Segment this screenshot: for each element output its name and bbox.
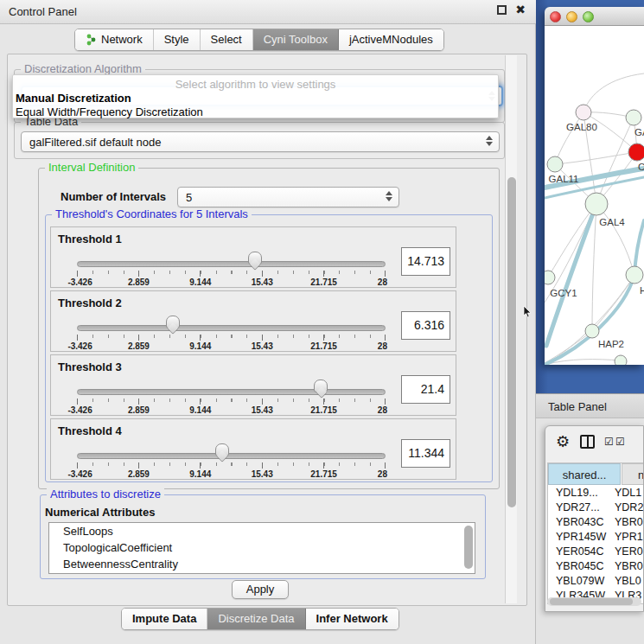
slider-ticks bbox=[77, 399, 386, 405]
num-intervals-combo[interactable]: 5 bbox=[177, 187, 399, 207]
threshold-value-field[interactable]: 11.344 bbox=[401, 439, 450, 468]
threshold-value-field[interactable]: 6.316 bbox=[401, 311, 450, 340]
threshold-value-field[interactable]: 21.4 bbox=[401, 375, 450, 404]
float-window-icon[interactable] bbox=[497, 5, 507, 15]
minimize-traffic-light-icon[interactable] bbox=[566, 11, 577, 22]
tab-label: Select bbox=[211, 33, 242, 46]
network-node[interactable] bbox=[545, 271, 555, 284]
table-row[interactable]: YDR27...YDR2 bbox=[548, 501, 643, 515]
network-view-window[interactable]: GAL80GACGAL11GAL4GCY1HHAP2 bbox=[545, 7, 644, 365]
slider-ticks bbox=[77, 271, 386, 277]
network-node-label: GCY1 bbox=[550, 288, 577, 298]
table-row[interactable]: YER054CYER0 bbox=[548, 545, 643, 559]
tab-style[interactable]: Style bbox=[154, 29, 201, 50]
node-table[interactable]: shared... n YDL19...YDL1 YDR27...YDR2 YB… bbox=[547, 462, 643, 604]
checkbox-icon[interactable]: ☑ bbox=[615, 436, 625, 448]
attributes-group-title: Attributes to discretize bbox=[47, 488, 164, 501]
gear-icon[interactable]: ⚙ bbox=[556, 432, 570, 451]
network-node-label: GAL11 bbox=[549, 174, 579, 184]
tab-jactivemnodules[interactable]: jActiveMNodules bbox=[339, 29, 443, 50]
threshold-panel: Threshold 1 -3.426 2.859 9.144 15.43 21.… bbox=[50, 226, 456, 288]
tab-network[interactable]: Network bbox=[75, 29, 154, 50]
slider-thumb[interactable] bbox=[166, 316, 180, 328]
panel-scrollbar[interactable] bbox=[505, 55, 517, 603]
slider-track[interactable] bbox=[77, 389, 386, 395]
tab-label: Cyni Toolbox bbox=[264, 33, 328, 46]
slider-ticks bbox=[77, 335, 386, 341]
network-node[interactable] bbox=[626, 266, 643, 284]
bottom-tabstrip: Impute Data Discretize Data Infer Networ… bbox=[121, 608, 399, 630]
algorithm-dropdown-popup: Select algorithm to view settings Manual… bbox=[12, 74, 499, 118]
table-rows: YDL19...YDL1 YDR27...YDR2 YBR043CYBR0 YP… bbox=[548, 486, 643, 604]
tab-label: Style bbox=[164, 33, 189, 46]
list-item[interactable]: BetweennessCentrality bbox=[49, 556, 475, 572]
tab-label: Infer Network bbox=[316, 612, 388, 625]
network-canvas[interactable]: GAL80GACGAL11GAL4GCY1HHAP2 bbox=[545, 26, 644, 365]
num-intervals-value: 5 bbox=[186, 191, 192, 204]
network-nodes[interactable]: GAL80GACGAL11GAL4GCY1HHAP2 bbox=[545, 105, 644, 365]
network-node-label: H bbox=[640, 285, 644, 296]
list-item[interactable]: TopologicalCoefficient bbox=[49, 539, 475, 556]
table-data-combo[interactable]: galFiltered.sif default node bbox=[21, 131, 500, 152]
slider-track[interactable] bbox=[77, 325, 386, 331]
tab-discretize-data[interactable]: Discretize Data bbox=[207, 609, 305, 629]
network-node[interactable] bbox=[576, 105, 591, 120]
network-node[interactable] bbox=[628, 143, 644, 161]
slider-track[interactable] bbox=[77, 453, 386, 459]
tab-infer-network[interactable]: Infer Network bbox=[306, 609, 399, 629]
network-node-label: HAP2 bbox=[598, 339, 624, 349]
zoom-traffic-light-icon[interactable] bbox=[583, 11, 594, 22]
table-horizontal-scrollbar[interactable] bbox=[547, 597, 641, 606]
list-item[interactable]: SelfLoops bbox=[49, 523, 475, 539]
slider-thumb[interactable] bbox=[248, 252, 262, 265]
panel-scrollbar-thumb[interactable] bbox=[507, 177, 516, 507]
threshold-value-field[interactable]: 14.713 bbox=[401, 247, 450, 276]
column-header-shared-name[interactable]: shared... bbox=[548, 463, 621, 485]
table-data-value: galFiltered.sif default node bbox=[29, 136, 161, 149]
tab-label: Impute Data bbox=[132, 612, 196, 625]
menu-item-manual-discretization[interactable]: Manual Discretization bbox=[16, 92, 131, 105]
network-window-titlebar[interactable] bbox=[545, 7, 644, 26]
split-pane-icon[interactable] bbox=[580, 435, 595, 449]
screen: Control Panel ✖ Network Style bbox=[0, 0, 644, 644]
close-icon[interactable]: ✖ bbox=[515, 5, 526, 15]
table-scrollbar-thumb[interactable] bbox=[550, 598, 633, 605]
slider-ticks bbox=[77, 462, 386, 469]
network-node[interactable] bbox=[615, 355, 627, 365]
table-row[interactable]: YBL079WYBL0 bbox=[548, 574, 643, 589]
tab-impute-data[interactable]: Impute Data bbox=[122, 609, 207, 629]
table-row[interactable]: YBR045CYBR0 bbox=[548, 559, 643, 574]
attributes-list-scrollbar[interactable] bbox=[464, 526, 473, 569]
tab-label: jActiveMNodules bbox=[349, 33, 433, 46]
table-row[interactable]: YPR145WYPR1 bbox=[548, 530, 643, 545]
close-traffic-light-icon[interactable] bbox=[550, 11, 561, 22]
column-header-name[interactable]: n bbox=[622, 463, 643, 485]
tab-label: Discretize Data bbox=[218, 612, 294, 625]
slider-thumb[interactable] bbox=[314, 379, 328, 392]
network-node[interactable] bbox=[547, 156, 563, 172]
network-node[interactable] bbox=[585, 193, 608, 215]
tab-label: Network bbox=[101, 33, 143, 46]
table-row[interactable]: YDL19...YDL1 bbox=[548, 486, 643, 501]
interval-group-title: Interval Definition bbox=[45, 162, 138, 174]
checkbox-icon[interactable]: ☑ bbox=[604, 436, 614, 448]
attributes-list[interactable]: SelfLoops TopologicalCoefficient Between… bbox=[48, 522, 475, 574]
slider-track[interactable] bbox=[77, 261, 386, 267]
control-panel-title: Control Panel bbox=[9, 5, 77, 18]
table-panel-window[interactable]: ⚙ ☑ ☑ shared... n YDL19...YDL1 YDR27...Y… bbox=[545, 425, 644, 612]
network-node[interactable] bbox=[585, 324, 599, 338]
table-panel-area: ⚙ ☑ ☑ shared... n YDL19...YDL1 YDR27...Y… bbox=[536, 418, 644, 644]
apply-button[interactable]: Apply bbox=[232, 580, 289, 599]
network-node-label: GAL80 bbox=[566, 122, 597, 132]
tab-select[interactable]: Select bbox=[201, 29, 253, 50]
slider-tick-labels: -3.426 2.859 9.144 15.43 21.715 28 bbox=[77, 469, 386, 480]
threshold-panel: Threshold 3 -3.426 2.859 9.144 15.43 21.… bbox=[50, 354, 456, 416]
top-tabstrip: Network Style Select Cyni Toolbox jActiv… bbox=[74, 29, 444, 51]
menu-item-equal-width-frequency[interactable]: Equal Width/Frequency Discretization bbox=[16, 105, 203, 118]
network-node[interactable] bbox=[626, 110, 641, 125]
tab-cyni-toolbox[interactable]: Cyni Toolbox bbox=[253, 29, 339, 50]
table-row[interactable]: YBR043CYBR0 bbox=[548, 515, 643, 530]
network-canvas-svg: GAL80GACGAL11GAL4GCY1HHAP2 bbox=[545, 26, 644, 365]
network-node-label: GA bbox=[634, 127, 644, 137]
slider-thumb[interactable] bbox=[215, 443, 229, 456]
